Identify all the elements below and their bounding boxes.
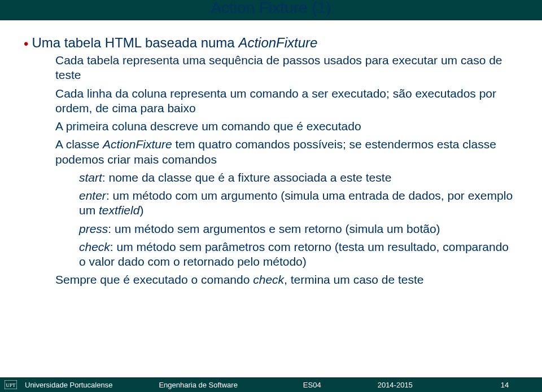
- cmd-start-name: start: [79, 171, 102, 184]
- cmd-start-desc: : nome da classe que é a fixture associa…: [102, 171, 391, 184]
- sub-final-b: , termina um caso de teste: [284, 273, 423, 286]
- sub-4-a: A classe: [55, 138, 103, 151]
- footer-bar: UPT Universidade Portucalense Engenharia…: [0, 377, 542, 392]
- sub-final-a: Sempre que é executado o comando: [55, 273, 253, 286]
- sub-1: Cada tabela representa uma sequência de …: [55, 53, 518, 83]
- sub-3: A primeira coluna descreve um comando qu…: [55, 119, 518, 134]
- sub-final-italic: check: [253, 273, 284, 286]
- cmd-enter: enter: um método com um argumento (simul…: [79, 188, 518, 218]
- footer-page-number: 14: [501, 381, 509, 389]
- footer-year: 2014-2015: [378, 381, 413, 389]
- cmd-enter-italic2: textfield: [99, 204, 139, 217]
- sub-4: A classe ActionFixture tem quatro comand…: [55, 137, 518, 167]
- bullet-main-plain: Uma tabela HTML baseada numa: [32, 35, 238, 50]
- footer-course: Engenharia de Software: [159, 381, 237, 389]
- cmd-press-desc: : um método sem argumentos e sem retorno…: [108, 222, 440, 235]
- sub-final: Sempre que é executado o comando check, …: [55, 272, 518, 287]
- cmd-press-name: press: [79, 222, 108, 235]
- sub-2: Cada linha da coluna representa um coman…: [55, 86, 518, 116]
- university-logo-icon: UPT: [5, 380, 17, 390]
- cmd-press: press: um método sem argumentos e sem re…: [79, 222, 518, 236]
- cmd-check: check: um método sem parâmetros com reto…: [79, 240, 518, 270]
- svg-text:UPT: UPT: [6, 382, 16, 388]
- bullet-main-text: Uma tabela HTML baseada numa ActionFixtu…: [32, 35, 317, 51]
- slide-title: Action Fixture (1): [0, 0, 542, 17]
- cmd-enter-desc2: ): [139, 204, 143, 217]
- content-area: • Uma tabela HTML baseada numa ActionFix…: [0, 20, 542, 288]
- bullet-main-italic: ActionFixture: [238, 35, 317, 50]
- bullet-dot-icon: •: [24, 37, 28, 51]
- cmd-start: start: nome da classe que é a fixture as…: [79, 170, 518, 185]
- footer-university: Universidade Portucalense: [25, 381, 112, 389]
- cmd-check-desc: : um método sem parâmetros com retorno (…: [79, 240, 509, 268]
- footer-code: ES04: [303, 381, 321, 389]
- cmd-enter-desc: : um método com um argumento (simula uma…: [79, 189, 513, 217]
- sub-4-italic: ActionFixture: [103, 138, 172, 151]
- cmd-enter-name: enter: [79, 189, 106, 202]
- bullet-main: • Uma tabela HTML baseada numa ActionFix…: [24, 35, 518, 51]
- cmd-check-name: check: [79, 240, 110, 253]
